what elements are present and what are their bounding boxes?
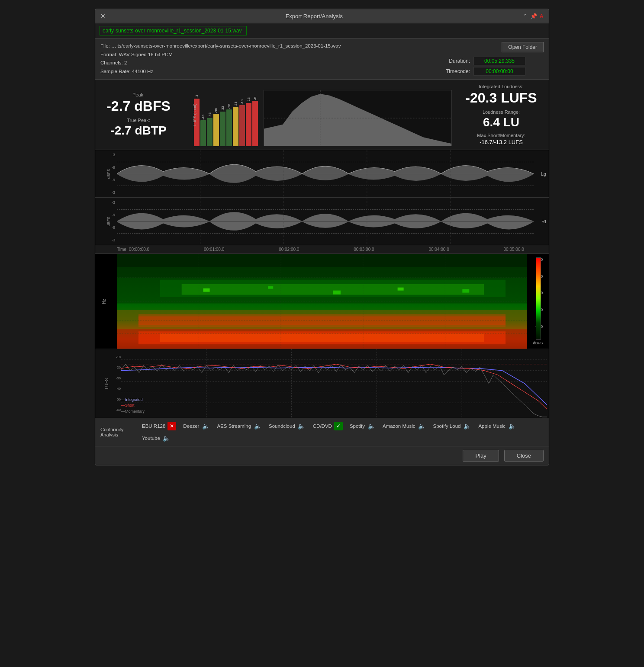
main-window: ✕ Export Report/Analysis ⌃ 📌 A File: … t… bbox=[95, 9, 549, 465]
lg-label: Lg bbox=[541, 171, 546, 176]
file-sample-rate: Sample Rate: 44100 Hz bbox=[100, 67, 431, 76]
conformity-cddvd-label: CD/DVD bbox=[313, 423, 332, 429]
svg-rect-17 bbox=[117, 254, 527, 267]
info-section: File: … ts/early-sunsets-over-monroevill… bbox=[95, 38, 549, 80]
lufs-y-30: -30 bbox=[106, 376, 121, 380]
conformity-label1: Conformity bbox=[100, 427, 135, 432]
open-folder-button[interactable]: Open Folder bbox=[502, 42, 544, 52]
lufs-bar-item: -13 bbox=[246, 97, 251, 147]
filename-bar bbox=[95, 23, 549, 38]
conformity-label-col: Conformity Analysis bbox=[100, 427, 135, 437]
rf-label: Rf bbox=[541, 219, 546, 224]
lufs-short-axis-label: LUFS (short) bbox=[193, 103, 197, 126]
timecode-row: Timecode: 00:00:00:00 bbox=[440, 67, 544, 76]
file-channels: Channels: 2 bbox=[100, 59, 431, 67]
title-bar: ✕ Export Report/Analysis ⌃ 📌 A bbox=[95, 9, 549, 23]
time-marker-5: 00:05:00.0 bbox=[504, 247, 524, 252]
lufs-bar-item: -28 bbox=[226, 104, 232, 147]
apple-music-status-icon: 🔈 bbox=[508, 422, 516, 430]
time-marker-0: 00:00:00.0 bbox=[129, 247, 149, 252]
svg-rect-26 bbox=[160, 334, 484, 342]
time-marker-2: 00:02:00.0 bbox=[279, 247, 299, 252]
true-peak-value: -2.7 dBTP bbox=[110, 124, 166, 138]
aes-status-icon: 🔈 bbox=[253, 422, 262, 430]
conformity-amazon-label: Amazon Music bbox=[383, 423, 415, 429]
soundcloud-status-icon: 🔈 bbox=[297, 422, 306, 430]
conformity-aes: AES Streaming 🔈 bbox=[217, 422, 262, 430]
integrated-loudness-label: Integrated Loudness: bbox=[479, 84, 523, 89]
loudness-section: Integrated Loudness: -20.3 LUFS Loudness… bbox=[454, 80, 549, 150]
lufs-y-axis: -10 -20 -30 -40 -50 -60 bbox=[106, 349, 121, 418]
conformity-deezer-label: Deezer bbox=[183, 423, 199, 429]
play-button[interactable]: Play bbox=[463, 450, 499, 462]
close-window-button[interactable]: ✕ bbox=[100, 13, 106, 19]
time-marker-1: 00:01:00.0 bbox=[204, 247, 224, 252]
filename-input[interactable] bbox=[100, 26, 247, 35]
pin-icon[interactable]: ⌃ bbox=[523, 13, 528, 19]
waveform-lg-db-bot: -3 bbox=[97, 190, 115, 195]
bookmark-icon[interactable]: 📌 bbox=[530, 13, 537, 19]
conformity-amazon: Amazon Music 🔈 bbox=[383, 422, 426, 430]
svg-rect-28 bbox=[268, 286, 273, 289]
ardour-icon: A bbox=[540, 13, 544, 19]
peak-label: Peak: bbox=[132, 92, 145, 97]
time-marker-3: 00:03:00.0 bbox=[354, 247, 374, 252]
lufs-bar-item: -18 bbox=[239, 99, 245, 147]
lufs-bar-item: -38 bbox=[213, 108, 219, 147]
lufs-legend: —Integrated —Short —Momentary bbox=[121, 397, 145, 415]
lufs-y-50: -50 bbox=[106, 398, 121, 401]
lufs-bar-item: -48 bbox=[200, 115, 206, 147]
legend-momentary: —Momentary bbox=[121, 409, 145, 415]
waveform-lg-section: -3 -9 -9 -3 dBFS bbox=[95, 150, 549, 198]
svg-rect-30 bbox=[398, 288, 404, 291]
conformity-spotify: Spotify 🔈 bbox=[350, 422, 376, 430]
lufs-y-10: -10 bbox=[106, 355, 121, 359]
waveform-lg-db-top: -3 bbox=[97, 153, 115, 157]
waveform-lg-db-mid2: -9 bbox=[97, 178, 115, 182]
cddvd-status-icon: ✓ bbox=[334, 422, 343, 430]
svg-rect-31 bbox=[462, 289, 469, 293]
mini-spectrum bbox=[264, 90, 452, 146]
duration-section: Open Folder Duration: 00:05:29.335 Timec… bbox=[440, 42, 544, 76]
dbfs-label-rf: dBFS bbox=[106, 216, 111, 226]
window-title: Export Report/Analysis bbox=[106, 13, 523, 19]
conformity-youtube-label: Youtube bbox=[142, 436, 160, 441]
timecode-label: Timecode: bbox=[440, 68, 470, 74]
spotify-status-icon: 🔈 bbox=[367, 422, 376, 430]
time-axis: Time 00:00:00.0 00:01:00.0 00:02:00.0 00… bbox=[95, 245, 549, 254]
conformity-items: EBU R128 ✕ Deezer 🔈 AES Streaming 🔈 Soun… bbox=[142, 422, 544, 443]
close-button[interactable]: Close bbox=[504, 450, 544, 462]
conformity-ebu-r128: EBU R128 ✕ bbox=[142, 422, 176, 430]
timecode-value: 00:00:00:00 bbox=[473, 67, 525, 76]
peak-section: Peak: -2.7 dBFS True Peak: -2.7 dBTP bbox=[95, 80, 182, 150]
colorbar-dbfs: dBFS bbox=[533, 341, 543, 345]
waveform-rf-db-mid2: -9 bbox=[97, 225, 115, 230]
conformity-aes-label: AES Streaming bbox=[217, 423, 251, 429]
colorbar: -0 -30 -60 -90 -120 dBFS bbox=[527, 254, 549, 349]
conformity-section: Conformity Analysis EBU R128 ✕ Deezer 🔈 … bbox=[95, 418, 549, 446]
waveform-rf-canvas bbox=[117, 198, 534, 245]
conformity-soundcloud-label: Soundcloud bbox=[269, 423, 295, 429]
conformity-soundcloud: Soundcloud 🔈 bbox=[269, 422, 306, 430]
deezer-status-icon: 🔈 bbox=[201, 422, 210, 430]
integrated-loudness-value: -20.3 LUFS bbox=[465, 90, 537, 106]
waveform-rf-db-top: -3 bbox=[97, 200, 115, 205]
youtube-status-icon: 🔈 bbox=[162, 434, 171, 443]
waveform-lg-db-mid: -9 bbox=[97, 165, 115, 170]
duration-row: Duration: 00:05:29.335 bbox=[440, 57, 544, 65]
conformity-spotify-label: Spotify bbox=[350, 423, 365, 429]
conformity-apple-music: Apple Music 🔈 bbox=[478, 422, 516, 430]
lufs-bar-item: -43 bbox=[207, 112, 213, 147]
conformity-cddvd: CD/DVD ✓ bbox=[313, 422, 343, 430]
amazon-status-icon: 🔈 bbox=[417, 422, 426, 430]
true-peak-label: True Peak: bbox=[127, 118, 150, 123]
conformity-deezer: Deezer 🔈 bbox=[183, 422, 210, 430]
duration-value: 00:05:29.335 bbox=[473, 57, 525, 65]
duration-label: Duration: bbox=[440, 58, 470, 64]
lufs-graph-canvas bbox=[121, 349, 547, 418]
conformity-youtube: Youtube 🔈 bbox=[142, 434, 171, 443]
peak-value: -2.7 dBFS bbox=[106, 98, 171, 114]
meters-panel: Peak: -2.7 dBFS True Peak: -2.7 dBTP LUF… bbox=[95, 80, 549, 150]
svg-rect-40 bbox=[121, 349, 547, 418]
conformity-label2: Analysis bbox=[100, 432, 135, 437]
